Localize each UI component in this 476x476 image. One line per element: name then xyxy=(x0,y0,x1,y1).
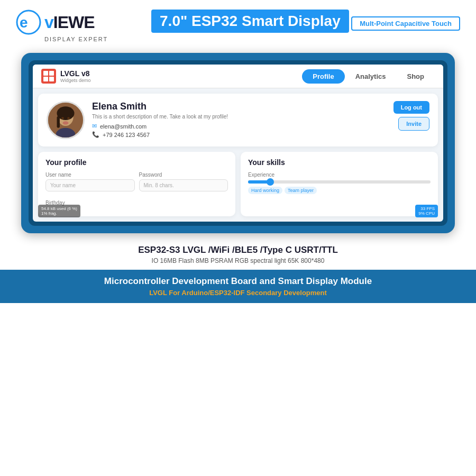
device-inner: LVGL v8 Widgets demo Profile Analytics S… xyxy=(29,60,447,226)
logout-button[interactable]: Log out xyxy=(393,101,429,114)
email-value: elena@smith.com xyxy=(100,123,147,130)
blue-banner: Microcontroller Development Board and Sm… xyxy=(0,270,476,303)
experience-label: Experience xyxy=(248,172,431,178)
brand-subtitle: DISPLAY EXPERT xyxy=(44,36,108,42)
avatar xyxy=(47,101,85,139)
profile-card: Elena Smith This is a short description … xyxy=(38,94,438,147)
top-section: e vIEWE DISPLAY EXPERT 7.0" ESP32 Smart … xyxy=(0,0,476,48)
profile-form-row1: User name Your name Password Min. 8 char… xyxy=(45,172,228,196)
specs-line1: ESP32-S3 LVGL /WiFi /BLE5 /Type C USRT/T… xyxy=(16,245,460,255)
profile-info: Elena Smith This is a short description … xyxy=(92,101,386,138)
tab-shop[interactable]: Shop xyxy=(397,69,435,84)
username-group: User name Your name xyxy=(45,172,135,191)
skills-section: Experience Hard working Team player xyxy=(248,172,431,194)
experience-bar xyxy=(248,180,431,184)
brand-name: vIEWE xyxy=(44,13,95,32)
touch-label: Mult-Point Capacitive Touch xyxy=(351,16,460,31)
username-label: User name xyxy=(45,172,135,178)
screen-logo-text: LVGL v8 xyxy=(60,69,91,78)
password-group: Password Min. 8 chars. xyxy=(139,172,228,191)
skill-tag-2: Team player xyxy=(285,187,317,194)
bottom-panels: Your profile User name Your name Passwor… xyxy=(38,152,438,216)
fps-status: 33 FPS 9% CPU xyxy=(415,205,438,217)
profile-name: Elena Smith xyxy=(92,101,386,112)
screen-logo-sub: Widgets demo xyxy=(60,78,91,83)
email-row: ✉ elena@smith.com xyxy=(92,123,386,130)
profile-actions: Log out Invite xyxy=(393,101,429,131)
skill-tags: Hard working Team player xyxy=(248,187,431,194)
experience-dot xyxy=(267,178,274,186)
svg-point-8 xyxy=(63,121,69,124)
banner-sub-highlight: Secondary Development xyxy=(246,289,327,297)
brand-logo-icon: e xyxy=(16,10,41,35)
logo-row: e vIEWE xyxy=(16,10,95,35)
title-area: 7.0" ESP32 Smart Display Mult-Point Capa… xyxy=(151,10,460,33)
svg-point-6 xyxy=(61,117,64,120)
banner-sub: LVGL For Arduino/ESP32-IDF Secondary Dev… xyxy=(16,289,460,297)
your-skills-title: Your skills xyxy=(248,158,431,167)
device-frame: LVGL v8 Widgets demo Profile Analytics S… xyxy=(21,53,455,233)
invite-button[interactable]: Invite xyxy=(398,117,429,131)
phone-value: +79 246 123 4567 xyxy=(103,132,150,138)
product-title: 7.0" ESP32 Smart Display xyxy=(151,10,349,33)
specs-section: ESP32-S3 LVGL /WiFi /BLE5 /Type C USRT/T… xyxy=(0,239,476,270)
password-label: Password xyxy=(139,172,228,178)
screen-nav-bar: LVGL v8 Widgets demo Profile Analytics S… xyxy=(33,65,443,88)
logo-area: e vIEWE DISPLAY EXPERT xyxy=(16,10,108,42)
svg-text:e: e xyxy=(20,14,28,31)
phone-icon: 📞 xyxy=(92,131,99,138)
screen-nav[interactable]: Profile Analytics Shop xyxy=(302,69,435,84)
tab-analytics[interactable]: Analytics xyxy=(345,69,397,84)
phone-row: 📞 +79 246 123 4567 xyxy=(92,131,386,138)
screen-logo-icon xyxy=(41,69,56,84)
screen: LVGL v8 Widgets demo Profile Analytics S… xyxy=(33,65,443,222)
password-input[interactable]: Min. 8 chars. xyxy=(139,179,228,191)
screen-logo-text-area: LVGL v8 Widgets demo xyxy=(60,69,91,83)
your-profile-title: Your profile xyxy=(45,158,228,167)
banner-main: Microcontroller Development Board and Sm… xyxy=(16,276,460,287)
banner-sub-prefix: LVGL For Arduino/ESP32-IDF xyxy=(149,289,246,297)
memory-status: 54.8 kB used (6 %) 1% frag. xyxy=(38,205,80,217)
username-input[interactable]: Your name xyxy=(45,179,135,191)
profile-contacts: ✉ elena@smith.com 📞 +79 246 123 4567 xyxy=(92,123,386,138)
profile-description: This is a short description of me. Take … xyxy=(92,114,386,120)
screen-logo: LVGL v8 Widgets demo xyxy=(41,69,91,84)
svg-point-7 xyxy=(67,117,70,120)
specs-line2: IO 16MB Flash 8MB PSRAM RGB spectral lig… xyxy=(16,257,460,264)
your-skills-panel: Your skills Experience Hard working Team… xyxy=(241,152,438,216)
svg-rect-5 xyxy=(57,116,60,128)
email-icon: ✉ xyxy=(92,123,97,130)
tab-profile[interactable]: Profile xyxy=(302,69,344,84)
skill-tag-1: Hard working xyxy=(248,187,282,194)
